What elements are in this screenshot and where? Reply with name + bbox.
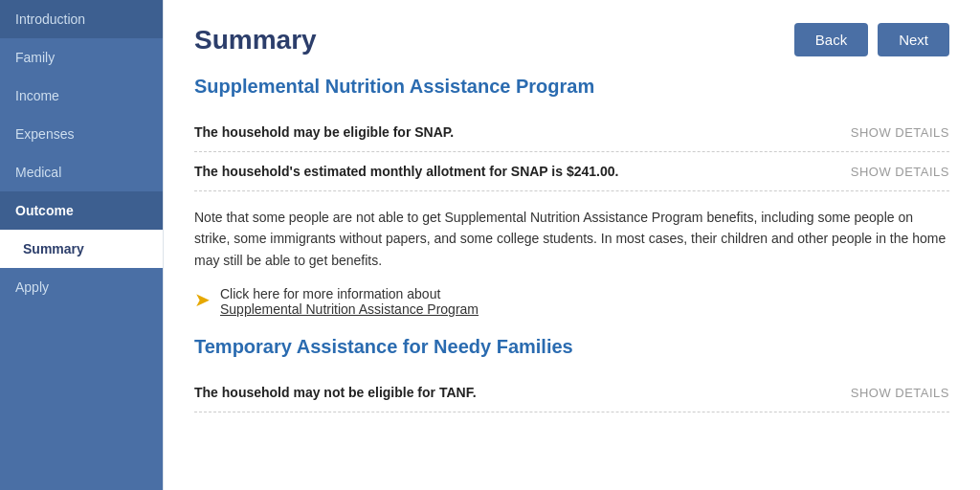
snap-info-link[interactable]: Supplemental Nutrition Assistance Progra… <box>220 301 479 317</box>
header-row: Summary Back Next <box>194 23 949 56</box>
sidebar-item-income[interactable]: Income <box>0 77 163 115</box>
arrow-icon: ➤ <box>194 288 211 311</box>
header-buttons: Back Next <box>794 23 949 56</box>
snap-section: Supplemental Nutrition Assistance Progra… <box>194 76 949 317</box>
sidebar: Introduction Family Income Expenses Medi… <box>0 0 163 490</box>
sidebar-item-medical[interactable]: Medical <box>0 153 163 191</box>
snap-eligibility-row-1: The household may be eligible for SNAP. … <box>194 113 949 152</box>
next-button[interactable]: Next <box>878 23 949 56</box>
snap-eligibility-text-1: The household may be eligible for SNAP. <box>194 124 454 140</box>
snap-show-details-2[interactable]: SHOW DETAILS <box>851 165 949 179</box>
page-title: Summary <box>194 25 317 56</box>
sidebar-item-summary[interactable]: Summary <box>0 230 163 268</box>
main-content: Summary Back Next Supplemental Nutrition… <box>163 0 980 490</box>
sidebar-item-apply[interactable]: Apply <box>0 268 163 306</box>
snap-eligibility-text-2: The household's estimated monthly allotm… <box>194 164 618 179</box>
snap-section-title: Supplemental Nutrition Assistance Progra… <box>194 76 949 98</box>
tanf-section-title: Temporary Assistance for Needy Families <box>194 336 949 358</box>
tanf-show-details-1[interactable]: SHOW DETAILS <box>851 386 949 400</box>
snap-show-details-1[interactable]: SHOW DETAILS <box>851 125 949 140</box>
snap-note: Note that some people are not able to ge… <box>194 207 949 271</box>
snap-info-link-content: Click here for more information about Su… <box>220 286 479 317</box>
tanf-eligibility-row-1: The household may not be eligible for TA… <box>194 373 949 412</box>
snap-eligibility-row-2: The household's estimated monthly allotm… <box>194 152 949 191</box>
tanf-eligibility-text-1: The household may not be eligible for TA… <box>194 385 477 400</box>
tanf-section: Temporary Assistance for Needy Families … <box>194 336 949 412</box>
snap-info-prefix: Click here for more information about <box>220 286 440 301</box>
sidebar-item-expenses[interactable]: Expenses <box>0 115 163 153</box>
back-button[interactable]: Back <box>794 23 868 56</box>
sidebar-item-introduction[interactable]: Introduction <box>0 0 163 38</box>
snap-info-link-row: ➤ Click here for more information about … <box>194 286 949 317</box>
sidebar-item-outcome[interactable]: Outcome <box>0 191 163 230</box>
sidebar-item-family[interactable]: Family <box>0 38 163 77</box>
